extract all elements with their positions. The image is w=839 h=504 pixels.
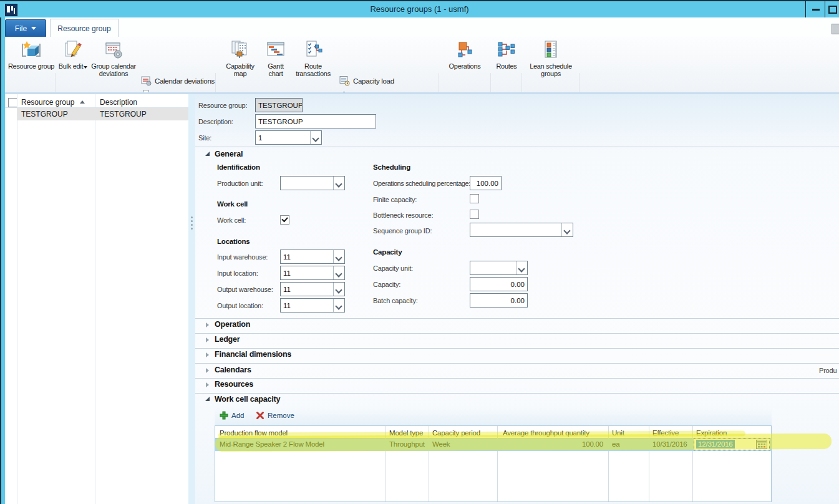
section-divider	[195, 318, 839, 319]
grid-column-line	[17, 94, 17, 504]
panel-splitter[interactable]	[188, 94, 195, 504]
wcc-grid	[215, 425, 772, 502]
remove-button[interactable]: Remove	[256, 411, 294, 420]
bottleneck-resource-checkbox[interactable]	[470, 210, 479, 219]
section-ledger[interactable]: Ledger	[215, 335, 240, 344]
chevron-down-icon	[335, 270, 342, 277]
date-picker-icon[interactable]	[756, 439, 768, 450]
batch-capacity-field[interactable]: 0.00	[470, 293, 528, 308]
resource-group-new-button[interactable]: Resource group	[7, 39, 55, 70]
dropdown-caret-icon	[84, 66, 87, 69]
capacity-load-button[interactable]: Capacity load	[339, 75, 394, 86]
wcc-col-avg-throughput-qty[interactable]: Average throughput quantity	[503, 429, 589, 437]
wcc-cell-effective: 10/31/2016	[652, 440, 687, 448]
add-button[interactable]: Add	[220, 411, 244, 420]
route-transactions-button[interactable]: Route transactions	[291, 39, 336, 77]
description-field[interactable]: TESTGROUP	[255, 114, 376, 128]
capability-map-button[interactable]: Capability map	[220, 39, 261, 77]
resource-group-field[interactable]: TESTGROUP	[255, 98, 303, 112]
group-calendar-deviations-icon	[103, 39, 124, 61]
sequence-group-combobox[interactable]	[470, 223, 573, 237]
section-divider	[195, 348, 839, 349]
site-label: Site:	[198, 134, 211, 142]
finite-capacity-label: Finite capacity:	[373, 196, 417, 203]
collapsed-triangle-icon	[206, 322, 209, 327]
new-resource-group-icon	[21, 39, 42, 61]
combo-dropdown-button[interactable]	[333, 250, 344, 263]
combo-dropdown-button[interactable]	[333, 299, 344, 312]
resource-group-list: Resource group Description	[5, 94, 188, 504]
subsection-locations: Locations	[217, 238, 250, 245]
operations-button[interactable]: Operations	[440, 39, 489, 70]
wcc-cell-avg-throughput-qty: 100.00	[497, 440, 603, 448]
tab-resource-group[interactable]: Resource group	[50, 19, 119, 38]
input-location-combobox[interactable]: 11	[280, 266, 345, 280]
capacity-unit-combobox[interactable]	[470, 261, 528, 275]
output-location-label: Output location:	[217, 302, 263, 309]
select-all-checkbox[interactable]	[8, 98, 17, 107]
routes-button[interactable]: Routes	[492, 39, 521, 70]
chevron-down-icon	[31, 27, 36, 30]
wcc-cell-expiration[interactable]: 12/31/2016	[696, 440, 735, 448]
ops-scheduling-pct-field[interactable]: 100.00	[470, 176, 502, 190]
ribbon: Resource group New Bulk edit Gr	[5, 37, 839, 92]
wcc-col-expiration[interactable]: Expiration	[696, 429, 727, 437]
collapsed-triangle-icon	[206, 352, 209, 357]
section-general[interactable]: General	[215, 150, 243, 158]
site-combobox[interactable]: 1	[255, 130, 322, 145]
section-divider	[195, 363, 839, 364]
group-calendar-deviations-button[interactable]: Group calendar deviations	[89, 39, 138, 77]
resource-group-label: Resource group:	[198, 102, 247, 109]
combo-dropdown-button[interactable]	[561, 223, 573, 236]
wcc-col-production-flow-model[interactable]: Production flow model	[220, 429, 288, 437]
wcc-column-line	[429, 426, 429, 502]
combo-dropdown-button[interactable]	[333, 177, 344, 190]
minimize-button[interactable]	[805, 1, 825, 17]
window-restore-icon[interactable]	[832, 24, 839, 34]
wcc-col-unit[interactable]: Unit	[612, 429, 624, 437]
section-resources[interactable]: Resources	[215, 380, 253, 389]
wcc-toolbar	[215, 408, 772, 425]
section-calendars[interactable]: Calendars	[215, 366, 251, 374]
chevron-down-icon	[335, 286, 342, 293]
combo-dropdown-button[interactable]	[333, 283, 344, 296]
bulk-edit-icon	[62, 39, 84, 61]
output-location-combobox[interactable]: 11	[280, 298, 345, 313]
column-header-resource-group[interactable]: Resource group	[21, 98, 74, 107]
wcc-column-line	[497, 426, 498, 502]
grid-column-line	[95, 94, 95, 504]
section-divider	[195, 378, 839, 379]
maximize-icon	[828, 6, 837, 14]
combo-dropdown-button[interactable]	[516, 261, 527, 274]
finite-capacity-checkbox[interactable]	[470, 194, 479, 203]
wcc-col-effective[interactable]: Effective	[652, 429, 679, 437]
work-cell-checkbox[interactable]	[280, 215, 289, 225]
capacity-field[interactable]: 0.00	[470, 277, 528, 291]
production-unit-combobox[interactable]	[280, 176, 345, 190]
combo-dropdown-button[interactable]	[333, 266, 344, 279]
file-menu-button[interactable]: File	[5, 19, 46, 37]
wcc-col-capacity-period[interactable]: Capacity period	[432, 429, 480, 437]
capacity-unit-label: Capacity unit:	[373, 264, 413, 272]
bulk-edit-button[interactable]: Bulk edit	[57, 39, 89, 70]
resource-group-row[interactable]: TESTGROUP TESTGROUP	[17, 108, 188, 120]
lean-schedule-groups-button[interactable]: Lean schedule groups	[524, 39, 578, 77]
input-warehouse-combobox[interactable]: 11	[280, 250, 345, 264]
chevron-down-icon	[335, 254, 342, 261]
ops-scheduling-pct-label: Operations scheduling percentage:	[373, 180, 470, 187]
window-title: Resource groups (1 - usmf)	[0, 1, 839, 17]
subsection-scheduling: Scheduling	[373, 163, 410, 171]
bottleneck-resource-label: Bottleneck resource:	[373, 211, 433, 219]
combo-dropdown-button[interactable]	[310, 131, 321, 144]
routes-icon	[496, 39, 517, 61]
maximize-button[interactable]	[825, 1, 839, 17]
gantt-chart-button[interactable]: Gantt chart	[261, 39, 291, 77]
wcc-col-model-type[interactable]: Model type	[389, 429, 423, 437]
column-header-description[interactable]: Description	[100, 98, 137, 107]
output-warehouse-label: Output warehouse:	[217, 286, 273, 293]
section-work-cell-capacity[interactable]: Work cell capacity	[215, 395, 280, 404]
calendar-deviations-button[interactable]: Calendar deviations	[141, 75, 215, 86]
section-operation[interactable]: Operation	[215, 320, 250, 329]
section-financial-dimensions[interactable]: Financial dimensions	[215, 350, 291, 359]
output-warehouse-combobox[interactable]: 11	[280, 282, 345, 296]
